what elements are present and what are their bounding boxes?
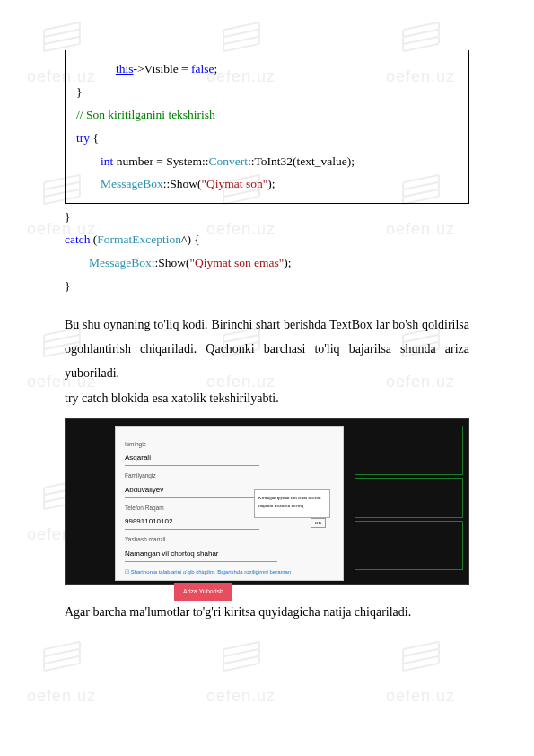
code-line: int number = System::Convert::ToInt32(te… <box>76 150 458 173</box>
paragraph-trycatch: try catch blokida esa xatolik tekshirily… <box>65 387 469 411</box>
code-box-top: this->Visible = false; } // Son kiritilg… <box>65 50 469 204</box>
input-address[interactable]: Namangan vil chortoq shahar <box>125 546 277 562</box>
input-name[interactable]: Asqarali <box>125 450 259 466</box>
submit-button[interactable]: Ariza Yuborish <box>174 583 232 600</box>
messagebox: Kiritilgan qiymat son emas telefon raqam… <box>254 489 330 518</box>
code-line: catch (FormatException^) { <box>65 228 469 251</box>
code-comment: // Son kiritilganini tekshirish <box>76 103 458 127</box>
label-name: Ismingiz <box>125 439 334 450</box>
code-line: this->Visible = false; <box>76 57 458 81</box>
code-line: MessageBox::Show("Qiymat son"); <box>76 172 458 196</box>
code-line: try { <box>76 127 458 150</box>
input-phone[interactable]: 998911010102 <box>125 514 259 530</box>
paragraph-result: Agar barcha ma'lumotlar to'g'ri kiritsa … <box>65 601 469 625</box>
embedded-screenshot: Ismingiz Asqarali Familyangiz Abduvaliye… <box>65 418 469 585</box>
paragraph-description: Bu shu oynaning to'liq kodi. Birinchi sh… <box>65 313 469 385</box>
checkbox-terms[interactable]: ☑ Shartnoma talablarini o'qib chiqdim. B… <box>125 567 334 577</box>
code-line: MessageBox::Show("Qiymat son emas"); <box>65 251 469 275</box>
messagebox-ok-button[interactable]: OK <box>311 518 326 529</box>
messagebox-text: Kiritilgan qiymat son emas telefon raqam… <box>258 494 326 511</box>
ide-panels <box>353 423 465 580</box>
label-surname: Familyangiz <box>125 470 334 481</box>
input-surname[interactable]: Abduvaliyev <box>125 482 259 498</box>
code-line: } <box>65 206 469 229</box>
code-line: } <box>76 81 458 104</box>
code-line: } <box>65 275 469 298</box>
label-address: Yashash manzil <box>125 534 334 545</box>
